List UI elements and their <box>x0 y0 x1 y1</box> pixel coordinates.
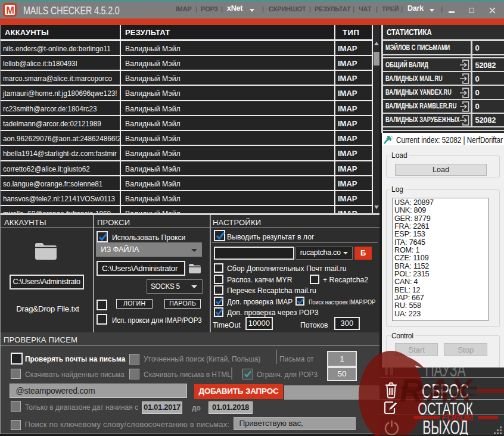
svg-text:R: R <box>400 372 423 408</box>
svg-text:A: A <box>425 372 450 408</box>
svg-text:FORUM: FORUM <box>441 412 474 422</box>
svg-text:X: X <box>449 372 474 408</box>
